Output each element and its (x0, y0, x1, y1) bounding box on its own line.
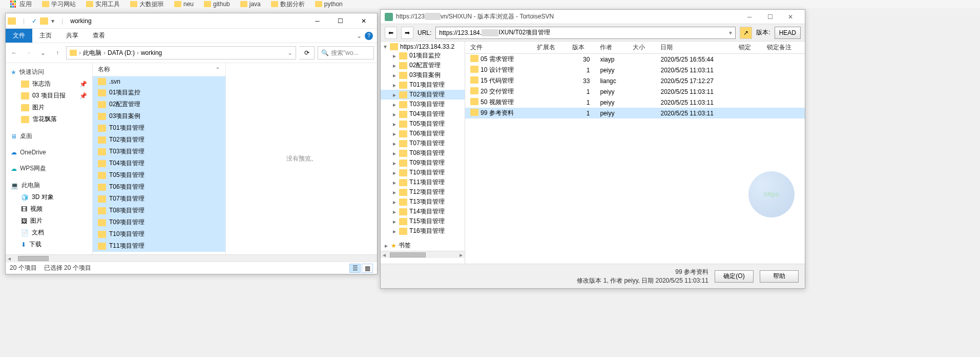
search-input[interactable]: 🔍 搜索"wo... (318, 46, 374, 60)
list-row[interactable]: 50 视频管理1peiyy2020/5/25 11:03:11 (465, 97, 805, 108)
file-row[interactable]: T08项目管理 (93, 205, 225, 216)
breadcrumb[interactable]: › 此电脑 › DATA (D:) › working ⌄ (66, 46, 296, 60)
file-row[interactable]: T04项目管理 (93, 157, 225, 169)
list-row[interactable]: 05 需求管理30xiayp2020/5/25 16:55:44 (465, 54, 805, 65)
list-row[interactable]: 20 交付管理1peiyy2020/5/25 11:03:11 (465, 86, 805, 97)
tree-node[interactable]: ▸T16项目管理 (381, 226, 465, 236)
up-button[interactable]: ↑ (52, 47, 63, 58)
nav-item[interactable]: 03 项目日报📌 (6, 90, 92, 102)
list-row[interactable]: 15 代码管理33liangc2020/5/25 17:12:27 (465, 75, 805, 86)
file-row[interactable]: T09项目管理 (93, 216, 225, 228)
expand-ribbon-icon[interactable]: ⌄ (357, 32, 362, 39)
tree-root[interactable]: ▾https://123.184.33.2 (381, 43, 465, 51)
help-button[interactable]: 帮助 (760, 270, 799, 283)
go-button[interactable]: ↗ (740, 27, 752, 39)
minimize-button[interactable]: ─ (306, 14, 329, 28)
recent-dropdown[interactable]: ⌄ (37, 47, 49, 58)
tab-file[interactable]: 文件 (6, 29, 32, 43)
file-row[interactable]: T10项目管理 (93, 228, 225, 240)
bookmark-item[interactable]: 数据分析 (271, 0, 305, 8)
nav-item[interactable]: 图片 (6, 102, 92, 113)
tree-node[interactable]: ▸T03项目管理 (381, 100, 465, 109)
details-view-button[interactable]: ☰ (349, 264, 361, 273)
list-row[interactable]: 99 参考资料1peiyy2020/5/25 11:03:11 (465, 108, 805, 118)
bookmark-item[interactable]: neu (174, 0, 194, 8)
column-header-name[interactable]: 名称⌃ (93, 63, 225, 76)
tree-node[interactable]: ▸02配置管理 (381, 61, 465, 70)
nav-item[interactable]: ⬇下载 (6, 239, 92, 250)
repo-tree[interactable]: ▾https://123.184.33.2 ▸01项目监控▸02配置管理▸03项… (381, 42, 465, 264)
folder-icon[interactable] (40, 17, 48, 25)
breadcrumb-segment[interactable]: 此电脑 (83, 49, 101, 57)
tree-node[interactable]: ▸T13项目管理 (381, 197, 465, 207)
bookmark-item[interactable]: java (240, 0, 261, 8)
tree-node[interactable]: ▸T12项目管理 (381, 187, 465, 197)
icons-view-button[interactable]: ▦ (362, 264, 373, 273)
nav-item[interactable]: 🖼图片 (6, 215, 92, 227)
url-input[interactable]: https://123.184...........IXUN/T02项目管理 ▾ (435, 27, 736, 39)
tree-node[interactable]: ▸T11项目管理 (381, 177, 465, 187)
column-header[interactable]: 日期 (655, 42, 734, 54)
file-row[interactable]: T11项目管理 (93, 240, 225, 252)
scroll-left-icon[interactable]: ◂ (6, 255, 13, 262)
tree-node[interactable]: ▸T15项目管理 (381, 216, 465, 226)
file-row[interactable]: T02项目管理 (93, 134, 225, 146)
nav-item[interactable]: 🧊3D 对象 (6, 191, 92, 203)
column-header[interactable]: 版本 (567, 42, 595, 54)
file-row[interactable]: 03项目案例 (93, 110, 225, 122)
maximize-button[interactable]: ☐ (329, 14, 352, 28)
file-row[interactable]: T07项目管理 (93, 193, 225, 205)
tree-node[interactable]: ▸01项目监控 (381, 51, 465, 61)
overflow-icon[interactable]: ▾ (51, 17, 54, 25)
quick-access-header[interactable]: ★快速访问 (6, 66, 92, 78)
minimize-button[interactable]: ─ (739, 10, 760, 24)
close-button[interactable]: ✕ (780, 10, 801, 24)
bookmark-item[interactable]: github (204, 0, 230, 8)
this-pc-header[interactable]: 💻此电脑 (6, 180, 92, 191)
file-row[interactable]: 02配置管理 (93, 98, 225, 110)
tree-node[interactable]: ▸T04项目管理 (381, 109, 465, 119)
desktop-header[interactable]: 🖥桌面 (6, 130, 92, 142)
tree-node[interactable]: ▸T07项目管理 (381, 138, 465, 148)
breadcrumb-segment[interactable]: working (141, 49, 162, 56)
bookmark-item[interactable]: 实用工具 (86, 0, 120, 8)
tree-node[interactable]: ▸03项目案例 (381, 70, 465, 80)
maximize-button[interactable]: ☐ (760, 10, 780, 24)
nav-item[interactable]: 雪花飘落 (6, 113, 92, 125)
back-button[interactable]: ⬅ (385, 27, 397, 39)
file-row[interactable]: 01项目监控 (93, 87, 225, 98)
bookmark-apps[interactable]: 应用 (10, 0, 32, 8)
tree-node[interactable]: ▸T05项目管理 (381, 119, 465, 129)
tree-node[interactable]: ▸T09项目管理 (381, 158, 465, 168)
navigation-pane[interactable]: ★快速访问 张志浩📌 03 项目日报📌 图片 雪花飘落 🖥桌面 ☁OneDriv… (6, 63, 93, 254)
forward-button[interactable]: ➡ (401, 27, 413, 39)
breadcrumb-dropdown-icon[interactable]: ⌄ (287, 49, 293, 56)
bookmark-item[interactable]: python (315, 0, 343, 8)
file-list[interactable]: 文件扩展名版本作者大小日期锁定锁定备注 05 需求管理30xiayp2020/5… (465, 42, 805, 264)
tree-node[interactable]: ▸T14项目管理 (381, 207, 465, 216)
dropdown-icon[interactable]: ▾ (729, 29, 732, 36)
explorer-titlebar[interactable]: | ✓ ▾ | working ─ ☐ ✕ (6, 13, 377, 29)
file-row[interactable]: T06项目管理 (93, 181, 225, 193)
nav-item[interactable]: 📄文档 (6, 227, 92, 239)
column-header[interactable]: 锁定 (734, 42, 761, 54)
column-header[interactable]: 锁定备注 (762, 42, 805, 54)
file-row[interactable]: T03项目管理 (93, 146, 225, 157)
column-header[interactable]: 作者 (595, 42, 628, 54)
horizontal-scrollbar[interactable]: ◂ (6, 254, 377, 262)
file-row[interactable]: T05项目管理 (93, 169, 225, 181)
help-icon[interactable]: ? (365, 32, 373, 40)
column-header[interactable]: 扩展名 (532, 42, 567, 54)
checkmark-icon[interactable]: ✓ (32, 17, 37, 25)
tab-share[interactable]: 共享 (59, 29, 86, 43)
tree-node[interactable]: ▸T06项目管理 (381, 129, 465, 138)
ok-button[interactable]: 确定(O) (715, 270, 754, 283)
revision-button[interactable]: HEAD (775, 27, 801, 39)
sort-icon[interactable]: ⌃ (215, 66, 220, 73)
breadcrumb-segment[interactable]: DATA (D:) (108, 49, 135, 56)
onedrive-header[interactable]: ☁OneDrive (6, 147, 92, 157)
nav-item[interactable]: 张志浩📌 (6, 78, 92, 90)
tree-node[interactable]: ▸T02项目管理 (381, 90, 465, 100)
close-button[interactable]: ✕ (352, 14, 375, 28)
tab-home[interactable]: 主页 (32, 29, 59, 43)
